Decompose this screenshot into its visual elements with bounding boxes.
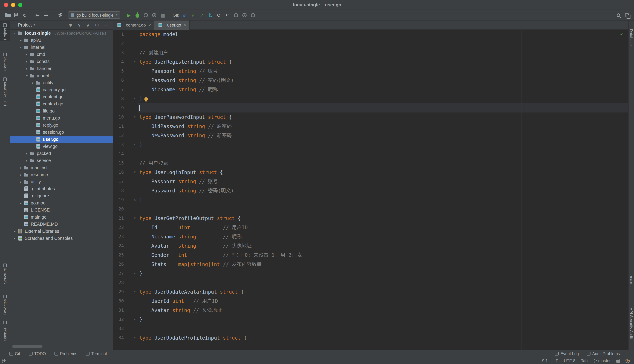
rollback-icon[interactable]: ↶ bbox=[223, 11, 232, 19]
tool-window-button-git[interactable]: Git bbox=[9, 352, 20, 356]
chevron-expanded-icon[interactable]: ▾ bbox=[12, 32, 17, 35]
tree-item-file-go[interactable]: file.go bbox=[10, 108, 113, 114]
line-number[interactable]: 10 bbox=[113, 112, 124, 122]
tree-item-apiv1[interactable]: ▸apiv1 bbox=[10, 37, 113, 44]
save-all-icon[interactable] bbox=[12, 11, 20, 19]
code-text[interactable]: Password string // 密码(明文) bbox=[138, 186, 628, 195]
chevron-collapsed-icon[interactable]: ▸ bbox=[18, 173, 23, 176]
stripe-button-database[interactable]: Database bbox=[629, 29, 634, 46]
fold-marker-icon[interactable]: ∧ bbox=[132, 315, 138, 324]
project-panel-title[interactable]: Project bbox=[18, 22, 32, 28]
code-text[interactable]: Avatar string // 头像地址 bbox=[138, 306, 628, 315]
fold-marker-icon[interactable]: ∨ bbox=[132, 57, 138, 66]
toolbar-extra-icon-1[interactable] bbox=[232, 11, 240, 19]
tree-item-user-go[interactable]: user.go bbox=[10, 136, 113, 143]
code-text[interactable] bbox=[138, 204, 628, 214]
settings-gear-icon[interactable]: ⚙ bbox=[94, 22, 100, 28]
run-icon[interactable]: ▶ bbox=[124, 11, 133, 19]
fold-marker-icon[interactable]: ∧ bbox=[132, 94, 138, 103]
tree-item-service[interactable]: ▸service bbox=[10, 157, 113, 164]
code-text[interactable]: type UserGetProfileOutput struct { bbox=[138, 214, 628, 223]
code-text[interactable]: Stats map[string]int // 发布内容数量 bbox=[138, 260, 628, 269]
code-text[interactable]: } bbox=[138, 195, 628, 204]
line-number[interactable]: 5 bbox=[113, 66, 124, 76]
tree-item-consts[interactable]: ▸consts bbox=[10, 58, 113, 65]
stripe-button-make[interactable]: make bbox=[629, 276, 634, 286]
close-tab-icon[interactable]: × bbox=[184, 23, 186, 27]
stop-icon[interactable]: ■ bbox=[158, 11, 167, 19]
stripe-button-structure[interactable]: Structure bbox=[0, 262, 10, 284]
line-number[interactable]: 19 bbox=[113, 195, 124, 204]
tree-item-entity[interactable]: ▸entity bbox=[10, 79, 113, 86]
code-text[interactable]: type UserUpdateAvatarInput struct { bbox=[138, 287, 628, 296]
sync-icon[interactable]: ↻ bbox=[20, 11, 29, 19]
code-text[interactable] bbox=[138, 149, 628, 158]
tool-window-switcher-icon[interactable] bbox=[2, 358, 6, 363]
line-number[interactable]: 29 bbox=[113, 287, 124, 296]
tree-item-packed[interactable]: ▸packed bbox=[10, 150, 113, 157]
close-tab-icon[interactable]: × bbox=[148, 23, 151, 27]
line-number[interactable]: 28 bbox=[113, 278, 124, 287]
code-text[interactable]: } bbox=[138, 315, 628, 324]
line-number[interactable]: 33 bbox=[113, 324, 124, 333]
code-text[interactable]: } bbox=[138, 140, 628, 149]
line-number[interactable]: 32 bbox=[113, 315, 124, 324]
restore-layout-icon[interactable] bbox=[623, 11, 631, 19]
editor-tab-content-go[interactable]: content.go× bbox=[113, 20, 154, 30]
code-editor[interactable]: 1package model23// 创建用户4∨type UserRegist… bbox=[113, 30, 628, 350]
line-number[interactable]: 12 bbox=[113, 131, 124, 140]
line-number[interactable]: 31 bbox=[113, 306, 124, 315]
fold-marker-icon[interactable]: ∨ bbox=[132, 214, 138, 223]
collapse-all-icon[interactable]: ∧ bbox=[85, 22, 91, 28]
chevron-collapsed-icon[interactable]: ▸ bbox=[18, 39, 23, 42]
code-text[interactable]: Passport string // 账号 bbox=[138, 66, 628, 76]
tree-item-gitignore[interactable]: .gitignore bbox=[10, 192, 113, 200]
line-number[interactable]: 9 bbox=[113, 103, 124, 112]
chevron-collapsed-icon[interactable]: ▸ bbox=[24, 159, 29, 162]
build-icon[interactable] bbox=[56, 11, 64, 19]
tree-item-gitattributes[interactable]: .gitattributes bbox=[10, 185, 113, 192]
code-text[interactable]: package model bbox=[138, 30, 628, 39]
tree-item-license[interactable]: LICENSE bbox=[10, 206, 113, 214]
inspections-ok-icon[interactable]: ✓ bbox=[620, 32, 624, 37]
line-number[interactable]: 7 bbox=[113, 85, 124, 94]
forward-icon[interactable]: → bbox=[42, 11, 50, 19]
run-configuration-select[interactable]: go build focus-single ▾ bbox=[68, 11, 120, 19]
indent-style[interactable]: Tab bbox=[581, 358, 588, 363]
status-indicator-icon[interactable] bbox=[626, 358, 630, 363]
line-number[interactable]: 27 bbox=[113, 269, 124, 278]
open-folder-icon[interactable] bbox=[4, 11, 12, 19]
line-number[interactable]: 30 bbox=[113, 296, 124, 306]
git-commit-icon[interactable]: ✓ bbox=[189, 11, 198, 19]
toolbar-extra-icon-2[interactable] bbox=[240, 11, 248, 19]
fold-marker-icon[interactable]: ∨ bbox=[132, 287, 138, 296]
code-text[interactable]: UserId uint // 用户ID bbox=[138, 296, 628, 306]
line-number[interactable]: 4 bbox=[113, 57, 124, 66]
code-text[interactable]: } bbox=[138, 94, 628, 103]
stripe-button-commit[interactable]: Commit bbox=[0, 52, 10, 71]
tree-item-handler[interactable]: ▸handler bbox=[10, 65, 113, 72]
code-text[interactable] bbox=[138, 39, 628, 48]
line-number[interactable]: 8 bbox=[113, 94, 124, 103]
chevron-expanded-icon[interactable]: ▾ bbox=[24, 74, 29, 77]
line-number[interactable]: 26 bbox=[113, 260, 124, 269]
code-text[interactable]: Nickname string // 昵称 bbox=[138, 85, 628, 94]
code-text[interactable] bbox=[138, 324, 628, 333]
tree-item-utility[interactable]: ▸utility bbox=[10, 178, 113, 185]
tree-item-view-go[interactable]: view.go bbox=[10, 143, 113, 150]
code-text[interactable]: Nickname string // 昵称 bbox=[138, 232, 628, 241]
fold-marker-icon[interactable]: ∨ bbox=[132, 168, 138, 177]
stripe-button-project[interactable]: Project bbox=[0, 21, 10, 41]
fold-marker-icon[interactable]: ∧ bbox=[132, 195, 138, 204]
tool-window-button-todo[interactable]: TODO bbox=[28, 352, 46, 356]
tree-item-go-mod[interactable]: ▸go.mod bbox=[10, 200, 113, 206]
file-encoding[interactable]: UTF-8 bbox=[564, 358, 575, 363]
chevron-collapsed-icon[interactable]: ▸ bbox=[18, 166, 23, 169]
tree-item-reply-go[interactable]: reply.go bbox=[10, 122, 113, 129]
chevron-collapsed-icon[interactable]: ▸ bbox=[24, 60, 29, 63]
stripe-button-favorites[interactable]: Favorites bbox=[0, 294, 10, 315]
code-text[interactable]: Gender int // 性别 0: 未设置 1: 男 2: 女 bbox=[138, 250, 628, 260]
chevron-collapsed-icon[interactable]: ▸ bbox=[30, 81, 36, 84]
tree-item-menu-go[interactable]: menu.go bbox=[10, 114, 113, 122]
tree-item-focus-single[interactable]: ▾focus-single~/Workspace/Go/GOPATH/s bbox=[10, 30, 113, 37]
